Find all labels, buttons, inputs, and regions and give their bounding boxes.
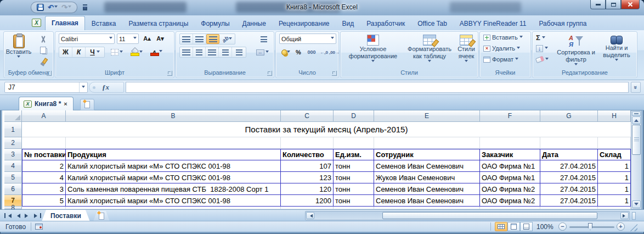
qat-customize-button[interactable] [82,4,89,11]
cell-A7[interactable]: 5 [22,195,66,207]
cell-C6[interactable]: 120 [281,183,334,195]
cell-A5[interactable]: 4 [22,172,66,183]
next-sheet-button[interactable] [23,211,32,220]
orientation-button[interactable]: ab [219,34,235,44]
increase-decimal-button[interactable]: ←,0 [319,47,329,58]
cell-B5[interactable]: Калий хлористый марки «М» СТО СПЭКС 001-… [66,172,281,183]
decrease-indent-button[interactable] [219,47,233,57]
ribbon-tab-1[interactable]: Главная [45,16,85,30]
cell-H4[interactable]: 1 [598,160,631,172]
cell-H7[interactable]: 1 [598,195,631,207]
align-right-button[interactable] [206,47,219,57]
format-as-table-button[interactable]: Форматировать как таблицу [405,33,454,68]
align-top-button[interactable] [180,34,193,44]
cell-F3[interactable]: Заказчик [480,149,540,160]
scroll-up-button[interactable] [632,116,641,124]
font-name-dropdown-icon[interactable] [109,37,112,41]
formula-input[interactable] [126,82,629,93]
undo-dropdown-icon[interactable] [54,5,58,9]
first-sheet-button[interactable] [3,211,12,220]
cell-D5[interactable]: тонн [334,172,374,183]
column-header-A[interactable]: A [22,110,66,122]
number-format-dropdown-icon[interactable] [331,37,334,41]
format-painter-button[interactable] [37,57,50,68]
fill-color-button[interactable] [128,47,145,58]
zoom-slider-thumb[interactable] [588,223,592,230]
grow-font-button[interactable]: A▴ [141,34,153,44]
cell-G4[interactable]: 27.04.2015 [540,160,598,172]
row-header-1[interactable]: 1 [4,122,22,137]
previous-sheet-button[interactable] [13,211,22,220]
fill-button[interactable]: ↓ [536,45,548,52]
page-layout-view-button[interactable] [507,222,520,231]
cell-F5[interactable]: ОАО Фирма №1 [480,172,540,183]
decrease-decimal-button[interactable]: ,00→ [329,47,340,58]
cell-F6[interactable]: ОАО Фирма №2 [480,183,540,195]
ribbon-tab-7[interactable]: Вид [336,18,360,30]
last-sheet-button[interactable] [33,211,42,220]
cell-A3[interactable]: № поставки [22,149,66,160]
cell-E7[interactable]: Семенов Иван Семенович [374,195,480,207]
cell-G3[interactable]: Дата [540,149,598,160]
close-button[interactable] [621,0,640,9]
ribbon-tab-5[interactable]: Данные [236,18,272,30]
macro-record-button[interactable] [35,224,43,230]
expand-formula-bar-button[interactable]: » [631,82,641,93]
merge-dropdown-icon[interactable] [265,51,269,54]
borders-dropdown-icon[interactable] [120,51,123,54]
format-cells-button[interactable]: Формат [483,56,518,63]
cell-C2[interactable] [281,137,334,149]
row-header-2[interactable]: 2 [4,137,22,149]
vertical-scrollbar[interactable] [631,110,642,209]
zoom-level[interactable]: 100% [536,223,553,231]
excel-app-icon[interactable]: X [32,19,41,27]
horizontal-scrollbar-thumb[interactable] [382,212,597,219]
cell-A2[interactable] [22,137,66,149]
zoom-in-button[interactable]: + [617,222,625,231]
ribbon-tab-8[interactable]: Разработчик [360,18,411,30]
autosum-button[interactable]: Σ [536,34,545,42]
font-color-dropdown-icon[interactable] [159,50,162,54]
cell-H3[interactable]: Склад [598,149,631,160]
clear-button[interactable] [536,57,549,62]
increase-indent-button[interactable] [232,47,246,57]
font-color-button[interactable]: А [148,46,165,58]
delete-cells-button[interactable]: ×Удалить [483,45,520,52]
scroll-left-button[interactable] [306,212,314,219]
column-header-G[interactable]: G [540,110,598,122]
sheet-tab-postavki[interactable]: Поставки [42,210,90,221]
ribbon-tab-2[interactable]: Вставка [86,18,122,30]
horizontal-scrollbar[interactable] [305,211,630,220]
row-header-3[interactable]: 3 [4,149,22,160]
vertical-scrollbar-thumb[interactable] [632,125,641,155]
name-box[interactable]: J7 [4,82,88,93]
cell-E6[interactable]: Семенов Иван Семенович [374,183,480,195]
cell-G2[interactable] [540,137,598,149]
cell-E4[interactable]: Семенов Иван Семенович [374,160,480,172]
align-left-button[interactable] [180,47,193,57]
cell-H2[interactable] [598,137,631,149]
column-header-F[interactable]: F [480,110,540,122]
cell-G5[interactable]: 27.04.2015 [540,172,598,183]
shrink-font-button[interactable]: A▾ [154,34,166,44]
row-header-4[interactable]: 4 [4,160,22,172]
document-tab-active[interactable]: X Книга8 * × [19,97,74,110]
row-header-6[interactable]: 6 [4,183,22,195]
cell-B4[interactable]: Калий хлористый марки «М» СТО СПЭКС 001-… [66,160,281,172]
ribbon-tab-3[interactable]: Разметка страницы [122,18,194,30]
cell-styles-button[interactable]: Стили ячеек [455,33,478,68]
cell-A4[interactable]: 2 [22,160,66,172]
insert-worksheet-button[interactable] [93,211,110,221]
insert-cells-button[interactable]: Вставить [483,34,523,41]
select-all-corner[interactable] [4,110,22,122]
number-format-select[interactable]: Общий [279,34,336,44]
column-header-B[interactable]: B [66,110,281,122]
window-resize-grip[interactable] [630,224,637,231]
cell-B6[interactable]: Соль каменная поваренная пищевая СТБ 182… [66,183,281,195]
underline-dropdown-icon[interactable] [97,51,100,54]
align-bottom-button[interactable] [206,34,219,44]
page-break-view-button[interactable] [520,222,533,231]
column-header-H[interactable]: H [598,110,631,122]
fill-color-dropdown-icon[interactable] [139,51,143,54]
cell-F2[interactable] [480,137,540,149]
